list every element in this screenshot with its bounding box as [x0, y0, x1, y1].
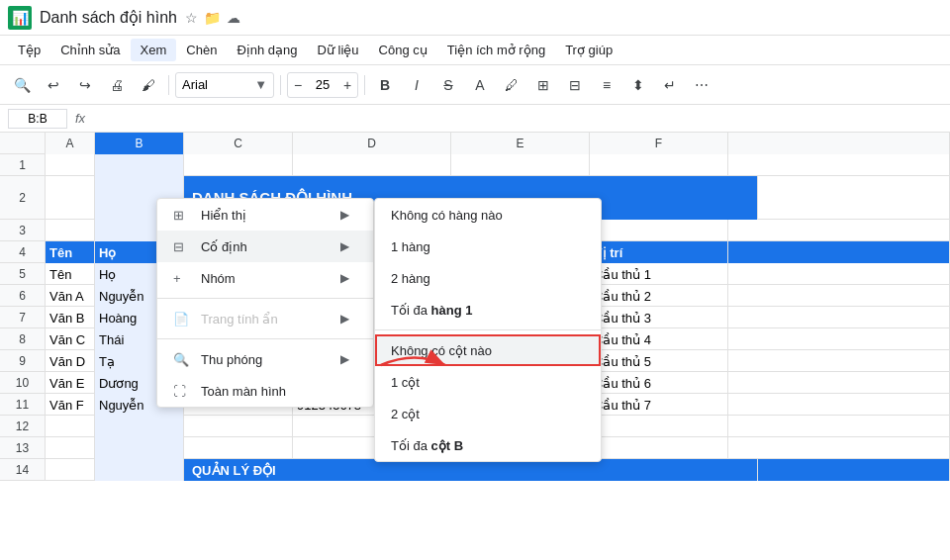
menu-item-trang-tinh-an[interactable]: 📄 Trang tính ẩn ▶ — [157, 303, 373, 334]
menu-chinh-sua[interactable]: Chỉnh sửa — [50, 39, 130, 61]
menu-cong-cu[interactable]: Công cụ — [369, 39, 437, 61]
cell-b13[interactable] — [95, 437, 184, 459]
valign-btn[interactable]: ⬍ — [624, 71, 652, 99]
paint-format-btn[interactable]: 🖌 — [135, 71, 162, 99]
cell-f7[interactable]: Cầu thủ 3 — [590, 307, 728, 328]
cell-a2[interactable] — [46, 176, 95, 220]
font-name-selector[interactable]: Arial ▼ — [175, 72, 274, 98]
menu-tien-ich[interactable]: Tiện ích mở rộng — [437, 39, 555, 61]
sep-1 — [157, 298, 373, 299]
cell-f1[interactable] — [590, 154, 728, 176]
cloud-icon[interactable]: ☁ — [227, 10, 240, 26]
undo-btn[interactable]: ↩ — [40, 71, 67, 99]
cell-merge-14[interactable]: QUẢN LÝ ĐỘI — [184, 459, 758, 481]
col-header-f[interactable]: F — [590, 133, 728, 154]
italic-btn[interactable]: I — [403, 71, 430, 99]
menu-tro-giup[interactable]: Trợ giúp — [555, 39, 622, 61]
cell-a7[interactable]: Văn B — [46, 307, 95, 328]
font-size-input[interactable] — [308, 77, 337, 92]
menu-item-hien-thi[interactable]: ⊞ Hiển thị ▶ — [157, 199, 373, 231]
font-size-minus[interactable]: − — [288, 72, 308, 98]
cell-f6[interactable]: Cầu thủ 2 — [590, 285, 728, 307]
co-dinh-submenu[interactable]: Không có hàng nào 1 hàng 2 hàng Tối đa h… — [374, 198, 602, 462]
col-header-b[interactable]: B — [95, 133, 184, 154]
nhom-icon: + — [173, 271, 193, 286]
cell-d1[interactable] — [293, 154, 451, 176]
submenu-1-row[interactable]: 1 hàng — [375, 231, 601, 262]
cell-f5[interactable]: Cầu thủ 1 — [590, 263, 728, 285]
strikethrough-btn[interactable]: S — [434, 71, 462, 99]
menu-item-toan-man-hinh[interactable]: ⛶ Toàn màn hình — [157, 375, 373, 407]
menu-du-lieu[interactable]: Dữ liệu — [308, 39, 369, 61]
cell-rest2 — [758, 176, 950, 220]
table-row: 14 QUẢN LÝ ĐỘI — [0, 459, 950, 481]
star-icon[interactable]: ☆ — [185, 10, 198, 26]
submenu-no-row[interactable]: Không có hàng nào — [375, 199, 601, 231]
col-header-d[interactable]: D — [293, 133, 451, 154]
cell-b14[interactable] — [95, 459, 184, 481]
more-btn[interactable]: ⋯ — [688, 71, 715, 99]
cell-f9[interactable]: Cầu thủ 5 — [590, 350, 728, 372]
align-btn[interactable]: ≡ — [593, 71, 620, 99]
cell-f11[interactable]: Cầu thủ 7 — [590, 394, 728, 416]
toolbar: 🔍 ↩ ↪ 🖨 🖌 Arial ▼ − + B I S A 🖊 ⊞ ⊟ ≡ ⬍ … — [0, 65, 950, 105]
menu-item-nhom[interactable]: + Nhóm ▶ — [157, 262, 373, 294]
cell-a3[interactable] — [46, 220, 95, 241]
cell-c12[interactable] — [184, 416, 293, 437]
print-btn[interactable]: 🖨 — [103, 71, 131, 99]
menu-item-thu-phong[interactable]: 🔍 Thu phóng ▶ — [157, 343, 373, 375]
cell-a5[interactable]: Tên — [46, 263, 95, 285]
menu-dinh-dang[interactable]: Định dạng — [227, 39, 307, 61]
borders-btn[interactable]: ⊞ — [529, 71, 557, 99]
color-btn[interactable]: A — [466, 71, 494, 99]
merge-btn[interactable]: ⊟ — [561, 71, 589, 99]
cell-f8[interactable]: Cầu thủ 4 — [590, 328, 728, 350]
cell-a12[interactable] — [46, 416, 95, 437]
submenu-1-col[interactable]: 1 cột — [375, 366, 601, 398]
submenu-max-col[interactable]: Tối đa cột B — [375, 429, 601, 461]
folder-icon[interactable]: 📁 — [204, 10, 221, 26]
submenu-max-row[interactable]: Tối đa hàng 1 — [375, 294, 601, 326]
row-num-5: 5 — [0, 263, 46, 284]
cell-b1[interactable] — [95, 154, 184, 176]
cell-a6[interactable]: Văn A — [46, 285, 95, 307]
menu-chen[interactable]: Chèn — [176, 39, 227, 61]
cell-c1[interactable] — [184, 154, 293, 176]
highlight-btn[interactable]: 🖊 — [498, 71, 525, 99]
cell-a14[interactable] — [46, 459, 95, 481]
cell-a11[interactable]: Văn F — [46, 394, 95, 416]
cell-a9[interactable]: Văn D — [46, 350, 95, 372]
cell-rest12 — [728, 416, 950, 437]
cell-a13[interactable] — [46, 437, 95, 459]
cell-e1[interactable] — [451, 154, 590, 176]
col-header-e[interactable]: E — [451, 133, 590, 154]
submenu-no-col[interactable]: Không có cột nào — [375, 334, 601, 366]
font-size-selector[interactable]: − + — [287, 72, 358, 98]
submenu-2-col[interactable]: 2 cột — [375, 398, 601, 429]
search-btn[interactable]: 🔍 — [8, 71, 36, 99]
menu-tep[interactable]: Tệp — [8, 39, 50, 61]
redo-btn[interactable]: ↪ — [71, 71, 99, 99]
cell-a4[interactable]: Tên — [46, 241, 95, 263]
cell-a8[interactable]: Văn C — [46, 328, 95, 350]
cell-f13[interactable] — [590, 437, 728, 459]
menu-xem[interactable]: Xem — [131, 39, 177, 61]
wrap-btn[interactable]: ↵ — [656, 71, 684, 99]
cell-a10[interactable]: Văn E — [46, 372, 95, 394]
cell-f4[interactable]: Vị trí — [590, 241, 728, 263]
cell-ref-input[interactable] — [8, 109, 67, 129]
col-header-c[interactable]: C — [184, 133, 293, 154]
cell-rest10 — [728, 372, 950, 394]
col-header-a[interactable]: A — [46, 133, 95, 154]
submenu-2-row[interactable]: 2 hàng — [375, 262, 601, 294]
cell-f10[interactable]: Cầu thủ 6 — [590, 372, 728, 394]
cell-a1[interactable] — [46, 154, 95, 176]
menu-item-co-dinh[interactable]: ⊟ Cố định ▶ — [157, 231, 373, 262]
cell-b12[interactable] — [95, 416, 184, 437]
cell-f3[interactable] — [590, 220, 728, 241]
view-menu-popup[interactable]: ⊞ Hiển thị ▶ ⊟ Cố định ▶ + Nhóm ▶ 📄 Tran… — [156, 198, 374, 408]
cell-f12[interactable] — [590, 416, 728, 437]
font-size-plus[interactable]: + — [337, 72, 357, 98]
cell-c13[interactable] — [184, 437, 293, 459]
bold-btn[interactable]: B — [371, 71, 399, 99]
